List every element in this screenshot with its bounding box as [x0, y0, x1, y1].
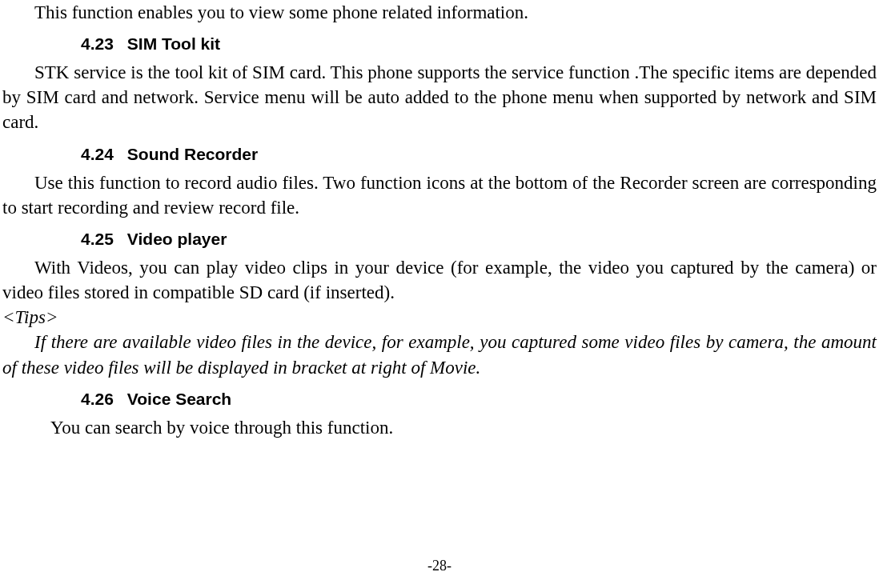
heading-number: 4.25 [81, 228, 122, 250]
intro-paragraph: This function enables you to view some p… [2, 0, 877, 25]
heading-number: 4.23 [81, 33, 122, 55]
tips-label: <Tips> [2, 305, 877, 330]
heading-title: Video player [127, 230, 227, 248]
heading-number: 4.26 [81, 388, 122, 410]
heading-video-player: 4.25 Video player [81, 228, 877, 250]
heading-sound-recorder: 4.24 Sound Recorder [81, 143, 877, 166]
heading-voice-search: 4.26 Voice Search [81, 388, 877, 410]
heading-sim-tool-kit: 4.23 SIM Tool kit [81, 33, 877, 55]
document-content: This function enables you to view some p… [0, 0, 879, 440]
heading-title: Sound Recorder [127, 145, 258, 163]
paragraph-video-player: With Videos, you can play video clips in… [2, 255, 877, 305]
paragraph-voice-search: You can search by voice through this fun… [2, 415, 877, 440]
heading-number: 4.24 [81, 143, 122, 166]
document-page: This function enables you to view some p… [0, 0, 879, 588]
paragraph-sim-tool-kit: STK service is the tool kit of SIM card.… [2, 60, 877, 134]
page-number: -28- [0, 556, 879, 575]
heading-title: SIM Tool kit [127, 34, 220, 53]
heading-title: Voice Search [127, 390, 231, 408]
tips-body: If there are available video files in th… [2, 330, 877, 379]
paragraph-sound-recorder: Use this function to record audio files.… [2, 170, 877, 220]
